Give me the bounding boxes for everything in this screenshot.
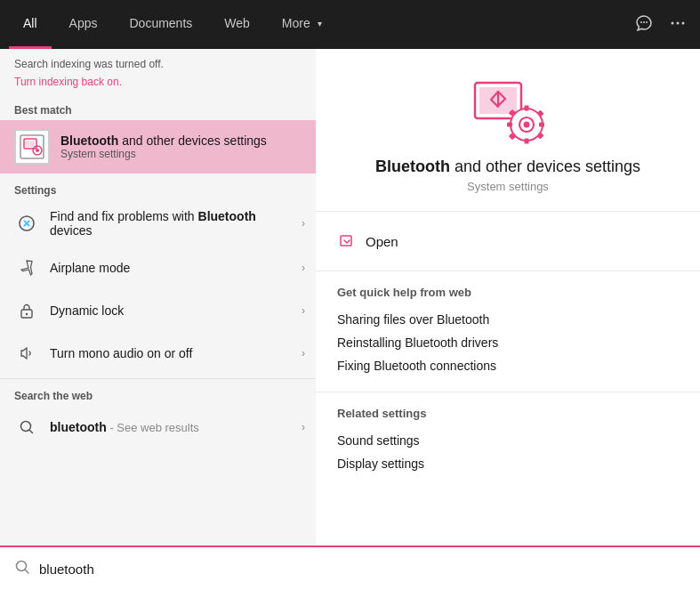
svg-rect-20 xyxy=(525,105,529,110)
web-search-label: Search the web xyxy=(0,383,316,406)
search-bar-icon xyxy=(14,559,30,578)
settings-section-label: Settings xyxy=(0,177,316,200)
bluetooth-fix-text: Find and fix problems with Bluetooth dev… xyxy=(50,209,302,238)
main-content: Search indexing was turned off. Turn ind… xyxy=(0,49,700,546)
svg-point-1 xyxy=(643,21,645,23)
related-link-sound[interactable]: Sound settings xyxy=(337,429,679,452)
help-link-sharing[interactable]: Sharing files over Bluetooth xyxy=(337,308,679,331)
dynamic-lock-text: Dynamic lock xyxy=(50,303,302,318)
svg-rect-21 xyxy=(525,138,529,143)
svg-rect-23 xyxy=(539,122,544,126)
app-title: Bluetooth and other devices settings xyxy=(375,158,640,176)
tab-web[interactable]: Web xyxy=(210,0,264,49)
help-link-reinstalling[interactable]: Reinstalling Bluetooth drivers xyxy=(337,331,679,354)
svg-rect-8 xyxy=(26,141,35,147)
app-subtitle: System settings xyxy=(467,180,549,193)
top-nav: All Apps Documents Web More ▾ xyxy=(0,0,700,49)
open-button[interactable]: Open xyxy=(337,226,679,256)
open-icon xyxy=(337,231,357,251)
svg-point-29 xyxy=(17,562,27,571)
mono-audio-text: Turn mono audio on or off xyxy=(50,346,302,360)
right-panel: Bluetooth and other devices settings Sys… xyxy=(316,49,700,546)
search-bar xyxy=(0,546,700,590)
svg-point-4 xyxy=(677,21,680,24)
chevron-right-icon: › xyxy=(302,217,305,230)
more-options-button[interactable] xyxy=(664,10,691,40)
help-link-fixing[interactable]: Fixing Bluetooth connections xyxy=(337,354,679,377)
svg-point-0 xyxy=(640,21,642,23)
airplane-mode-text: Airplane mode xyxy=(50,261,302,275)
dynamic-lock-icon xyxy=(14,298,39,323)
best-match-item[interactable]: Bluetooth and other devices settings Sys… xyxy=(0,120,316,174)
settings-item-airplane[interactable]: Airplane mode › xyxy=(0,247,316,289)
chevron-right-icon: › xyxy=(302,421,305,433)
settings-item-mono-audio[interactable]: Turn mono audio on or off › xyxy=(0,332,316,375)
best-match-label: Best match xyxy=(0,97,316,120)
svg-point-3 xyxy=(672,21,674,24)
svg-point-13 xyxy=(26,313,28,315)
svg-point-5 xyxy=(682,21,685,24)
web-search-text: bluetooth - See web results xyxy=(50,420,302,434)
best-match-text: Bluetooth and other devices settings Sys… xyxy=(60,133,267,160)
section-divider xyxy=(0,378,316,379)
web-search-item[interactable]: bluetooth - See web results › xyxy=(0,406,316,449)
tab-more[interactable]: More ▾ xyxy=(268,0,336,49)
tab-apps[interactable]: Apps xyxy=(55,0,112,49)
left-panel: Search indexing was turned off. Turn ind… xyxy=(0,49,316,546)
help-section: Get quick help from web Sharing files ov… xyxy=(316,271,700,392)
feedback-button[interactable] xyxy=(631,10,657,40)
chevron-right-icon: › xyxy=(302,262,305,274)
turn-indexing-link[interactable]: Turn indexing back on. xyxy=(0,76,316,97)
open-label: Open xyxy=(366,234,398,249)
tab-documents[interactable]: Documents xyxy=(115,0,206,49)
settings-item-dynamic-lock[interactable]: Dynamic lock › xyxy=(0,289,316,332)
search-icon xyxy=(14,415,39,440)
svg-point-19 xyxy=(524,121,530,127)
related-link-display[interactable]: Display settings xyxy=(337,452,679,475)
related-section: Related settings Sound settings Display … xyxy=(316,392,700,489)
nav-icons xyxy=(631,10,691,40)
svg-point-2 xyxy=(646,21,648,23)
settings-item-bluetooth-fix[interactable]: Find and fix problems with Bluetooth dev… xyxy=(0,200,316,247)
help-title: Get quick help from web xyxy=(337,286,679,299)
bluetooth-settings-icon xyxy=(14,129,50,165)
open-section: Open xyxy=(316,212,700,271)
svg-point-10 xyxy=(36,149,39,152)
search-notice: Search indexing was turned off. xyxy=(0,49,316,76)
chevron-right-icon: › xyxy=(302,347,305,360)
svg-rect-22 xyxy=(507,122,512,126)
app-icon xyxy=(463,76,552,147)
app-hero: Bluetooth and other devices settings Sys… xyxy=(316,49,700,212)
search-input[interactable] xyxy=(39,562,686,577)
bluetooth-fix-icon xyxy=(14,211,39,236)
tab-all[interactable]: All xyxy=(9,0,52,49)
related-title: Related settings xyxy=(337,407,679,420)
svg-point-14 xyxy=(21,422,31,432)
mono-audio-icon xyxy=(14,341,39,366)
chevron-right-icon: › xyxy=(302,304,305,317)
chevron-down-icon: ▾ xyxy=(318,19,322,28)
airplane-mode-icon xyxy=(14,255,39,280)
